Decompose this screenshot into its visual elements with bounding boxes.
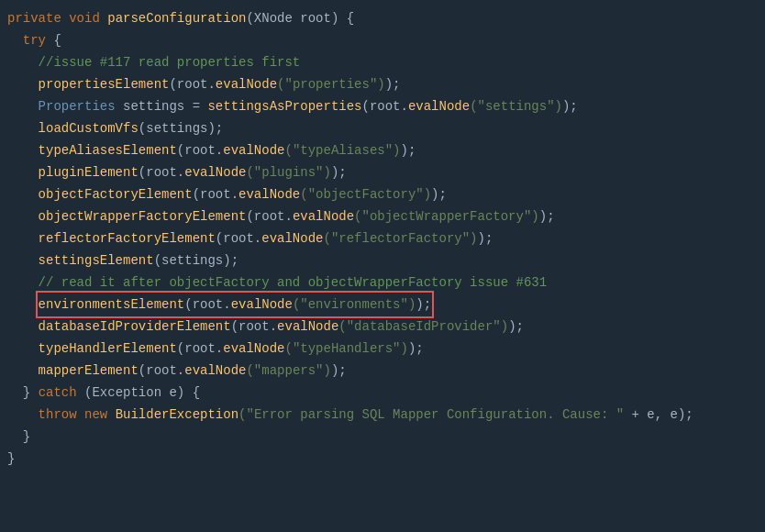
code-token: throw: [39, 404, 77, 426]
code-token: (root.: [177, 139, 223, 161]
code-token: );: [562, 95, 578, 117]
code-token: );: [408, 338, 424, 360]
code-indent: [7, 249, 39, 272]
code-token: void: [69, 7, 100, 29]
code-token: ("objectFactory"): [300, 183, 431, 205]
code-indent: [7, 51, 39, 73]
code-token: ("mappers"): [246, 360, 330, 382]
code-token: (root.: [231, 316, 277, 338]
code-token: );: [401, 139, 416, 161]
code-indent: [7, 117, 39, 139]
code-token: ("Error parsing SQL Mapper Configuration…: [238, 404, 624, 426]
code-token: (root.: [169, 73, 215, 95]
code-token: );: [431, 183, 447, 205]
code-token: (root.: [177, 338, 223, 360]
code-line: pluginElement(root.evalNode("plugins"));: [0, 161, 765, 183]
code-token: ("plugins"): [246, 161, 330, 183]
code-token: propertiesElement: [39, 73, 170, 95]
code-token: BuilderException: [116, 404, 238, 426]
code-token: ("settings"): [470, 95, 562, 117]
code-line: loadCustomVfs(settings);: [0, 117, 765, 139]
code-token: }: [7, 448, 15, 470]
code-token: objectFactoryElement: [39, 183, 193, 205]
code-line: databaseIdProviderElement(root.evalNode(…: [0, 316, 765, 338]
code-line: propertiesElement(root.evalNode("propert…: [0, 73, 765, 95]
code-token: {: [46, 29, 61, 51]
code-token: evalNode: [216, 73, 277, 95]
code-line: } catch (Exception e) {: [0, 382, 765, 404]
code-indent: [7, 338, 39, 360]
code-token: );: [539, 205, 555, 227]
code-token: );: [385, 73, 401, 95]
code-token: ("reflectorFactory"): [323, 227, 477, 249]
code-token: (root.: [216, 227, 261, 249]
code-token: );: [508, 316, 524, 338]
code-token: evalNode: [293, 205, 354, 227]
code-indent: [7, 205, 39, 227]
code-token: try: [23, 29, 46, 51]
code-line: private void parseConfiguration(XNode ro…: [0, 7, 765, 29]
code-token: );: [331, 360, 347, 382]
code-token: mapperElement: [39, 360, 139, 382]
code-line: }: [0, 426, 765, 448]
code-line: throw new BuilderException("Error parsin…: [0, 404, 765, 426]
highlighted-line: environmentsElement(root.evalNode("envir…: [39, 294, 432, 316]
code-token: Properties: [39, 95, 116, 117]
code-line: reflectorFactoryElement(root.evalNode("r…: [0, 227, 765, 249]
code-token: environmentsElement: [39, 297, 185, 312]
code-token: settingsElement: [39, 249, 154, 272]
code-token: (settings);: [154, 249, 238, 272]
code-token: evalNode: [223, 139, 284, 161]
code-token: );: [478, 227, 493, 249]
code-indent: [7, 404, 39, 426]
code-token: + e, e);: [624, 404, 693, 426]
code-line: objectWrapperFactoryElement(root.evalNod…: [0, 205, 765, 227]
code-token: loadCustomVfs: [39, 117, 139, 139]
code-token: settingsAsProperties: [207, 95, 361, 117]
code-token: settings =: [116, 95, 208, 117]
code-token: evalNode: [277, 316, 338, 338]
code-token: ("objectWrapperFactory"): [354, 205, 539, 227]
code-line: typeHandlerElement(root.evalNode("typeHa…: [0, 338, 765, 360]
code-editor: private void parseConfiguration(XNode ro…: [0, 0, 765, 532]
code-indent: [7, 73, 39, 95]
code-indent: [7, 161, 39, 183]
code-token: // read it after objectFactory and objec…: [39, 272, 548, 294]
code-token: (root.: [246, 205, 292, 227]
code-indent: [7, 426, 23, 448]
code-token: parseConfiguration: [107, 7, 246, 29]
code-token: typeHandlerElement: [39, 338, 177, 360]
code-token: (root.: [193, 183, 238, 205]
code-token: reflectorFactoryElement: [39, 227, 216, 249]
code-token: (root.: [361, 95, 407, 117]
code-token: (Exception e) {: [77, 382, 200, 404]
code-token: [107, 404, 115, 426]
code-token: (root.: [184, 297, 230, 312]
code-token: evalNode: [261, 227, 323, 249]
code-line: Properties settings = settingsAsProperti…: [0, 95, 765, 117]
code-indent: [7, 227, 39, 249]
code-indent: [7, 316, 39, 338]
code-token: }: [23, 382, 39, 404]
code-token: ("environments"): [293, 297, 416, 312]
code-token: (settings);: [139, 117, 223, 139]
code-token: evalNode: [408, 95, 470, 117]
code-token: ("typeHandlers"): [284, 338, 407, 360]
code-token: (root.: [139, 161, 184, 183]
code-token: evalNode: [184, 360, 246, 382]
code-token: ("typeAliases"): [284, 139, 400, 161]
code-token: objectWrapperFactoryElement: [39, 205, 247, 227]
code-token: pluginElement: [39, 161, 139, 183]
code-token: evalNode: [238, 183, 300, 205]
code-token: [77, 404, 84, 426]
code-token: databaseIdProviderElement: [39, 316, 231, 338]
code-line: mapperElement(root.evalNode("mappers"));: [0, 360, 765, 382]
code-token: evalNode: [231, 297, 293, 312]
code-line: }: [0, 448, 765, 470]
code-token: [100, 7, 107, 29]
code-token: );: [331, 161, 347, 183]
code-indent: [7, 272, 39, 294]
code-line: environmentsElement(root.evalNode("envir…: [0, 294, 765, 316]
code-indent: [7, 360, 39, 382]
code-indent: [7, 29, 23, 51]
